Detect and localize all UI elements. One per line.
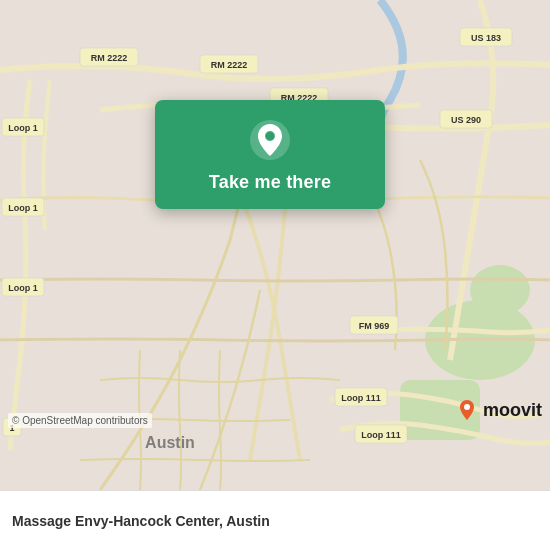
svg-text:Loop 1: Loop 1: [8, 203, 38, 213]
moovit-logo: moovit: [455, 398, 542, 422]
svg-point-2: [470, 265, 530, 315]
svg-text:RM 2222: RM 2222: [211, 60, 248, 70]
map-attribution: © OpenStreetMap contributors: [8, 413, 152, 428]
svg-point-30: [266, 132, 274, 140]
svg-point-31: [464, 404, 470, 410]
svg-text:Loop 111: Loop 111: [341, 393, 381, 403]
location-pin-icon: [248, 118, 292, 162]
take-me-there-card[interactable]: Take me there: [155, 100, 385, 209]
svg-text:RM 2222: RM 2222: [91, 53, 128, 63]
svg-text:Loop 1: Loop 1: [8, 283, 38, 293]
map-container: RM 2222 RM 2222 RM 2222 US 183 US 290 Lo…: [0, 0, 550, 490]
svg-text:Austin: Austin: [145, 434, 195, 451]
moovit-brand-text: moovit: [483, 400, 542, 421]
place-name: Massage Envy-Hancock Center, Austin: [12, 513, 538, 529]
svg-text:Loop 111: Loop 111: [361, 430, 401, 440]
moovit-pin-icon: [455, 398, 479, 422]
take-me-there-label: Take me there: [209, 172, 331, 193]
svg-text:US 183: US 183: [471, 33, 501, 43]
svg-text:FM 969: FM 969: [359, 321, 390, 331]
svg-text:Loop 1: Loop 1: [8, 123, 38, 133]
svg-text:US 290: US 290: [451, 115, 481, 125]
bottom-bar: Massage Envy-Hancock Center, Austin: [0, 490, 550, 550]
